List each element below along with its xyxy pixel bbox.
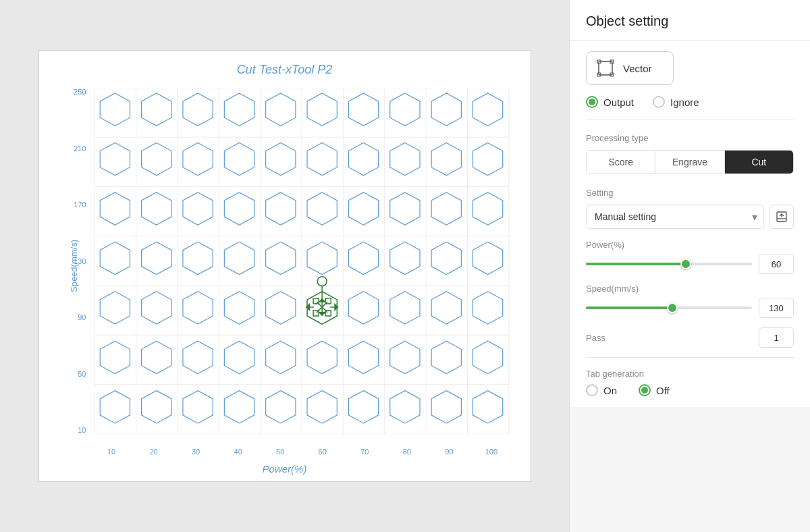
svg-marker-23 bbox=[265, 93, 295, 126]
x-tick: 90 bbox=[431, 448, 468, 456]
speed-label: Speed(mm/s) bbox=[586, 284, 794, 294]
tab-cut[interactable]: Cut bbox=[725, 151, 793, 174]
svg-marker-36 bbox=[389, 142, 419, 175]
x-tick: 40 bbox=[219, 448, 256, 456]
speed-slider-thumb[interactable] bbox=[667, 302, 678, 313]
tab-gen-on-circle bbox=[586, 384, 598, 396]
x-tick: 100 bbox=[473, 448, 510, 456]
svg-marker-41 bbox=[182, 192, 212, 225]
panel-body: Vector Output Ignore Processing type Sco… bbox=[570, 41, 810, 407]
power-slider-thumb[interactable] bbox=[680, 259, 691, 269]
svg-marker-92 bbox=[318, 298, 326, 302]
svg-marker-35 bbox=[348, 142, 378, 175]
svg-marker-94 bbox=[318, 312, 326, 316]
svg-marker-77 bbox=[431, 341, 461, 373]
export-icon-button[interactable] bbox=[770, 205, 794, 229]
svg-marker-39 bbox=[100, 192, 130, 225]
y-tick: 210 bbox=[66, 144, 86, 153]
speed-slider-track[interactable] bbox=[586, 307, 752, 309]
pass-value[interactable]: 1 bbox=[759, 327, 794, 348]
tab-gen-off-label: Off bbox=[656, 385, 670, 396]
speed-slider-row: 130 bbox=[586, 298, 794, 318]
pass-row: Pass 1 bbox=[586, 327, 794, 348]
svg-marker-20 bbox=[141, 93, 171, 126]
svg-marker-45 bbox=[348, 192, 378, 225]
svg-marker-30 bbox=[141, 142, 171, 175]
speed-slider-fill bbox=[586, 307, 672, 309]
power-slider-track[interactable] bbox=[586, 263, 752, 265]
svg-marker-40 bbox=[141, 192, 171, 225]
tab-gen-off-radio[interactable]: Off bbox=[639, 384, 670, 396]
svg-marker-63 bbox=[265, 292, 295, 324]
setting-row: Manual setting ▾ bbox=[586, 205, 794, 229]
y-tick: 50 bbox=[66, 370, 86, 378]
svg-point-89 bbox=[317, 277, 327, 286]
svg-marker-79 bbox=[100, 391, 130, 423]
svg-marker-38 bbox=[473, 142, 502, 175]
svg-marker-65 bbox=[348, 292, 378, 324]
svg-marker-96 bbox=[306, 303, 310, 311]
output-radio[interactable]: Output bbox=[586, 96, 634, 108]
svg-marker-31 bbox=[182, 142, 212, 175]
svg-marker-98 bbox=[334, 303, 338, 311]
type-card[interactable]: Vector bbox=[586, 51, 674, 85]
svg-marker-84 bbox=[307, 391, 337, 423]
power-slider-fill bbox=[586, 263, 686, 265]
svg-marker-33 bbox=[265, 142, 295, 175]
x-tick: 20 bbox=[135, 448, 172, 456]
svg-marker-87 bbox=[431, 391, 461, 423]
svg-marker-73 bbox=[265, 341, 295, 373]
type-card-label: Vector bbox=[623, 63, 652, 74]
setting-section: Setting Manual setting ▾ bbox=[586, 188, 794, 229]
power-value[interactable]: 60 bbox=[759, 254, 794, 274]
vector-icon bbox=[596, 59, 615, 78]
tab-gen-on-label: On bbox=[603, 385, 617, 396]
setting-select-wrapper: Manual setting ▾ bbox=[586, 205, 764, 229]
canvas-area: Cut Test-xTool P2 Speed(mm/s) Power(%) 1… bbox=[0, 0, 569, 532]
svg-marker-57 bbox=[431, 242, 461, 274]
svg-marker-32 bbox=[224, 142, 254, 175]
y-tick: 130 bbox=[66, 257, 86, 265]
svg-marker-54 bbox=[307, 242, 337, 274]
y-tick: 90 bbox=[66, 313, 86, 321]
svg-marker-49 bbox=[100, 242, 130, 274]
svg-marker-76 bbox=[389, 341, 419, 373]
output-radio-circle bbox=[586, 96, 598, 108]
ignore-radio-circle bbox=[653, 96, 665, 108]
svg-marker-44 bbox=[307, 192, 337, 225]
power-section: Power(%) 60 bbox=[586, 240, 794, 274]
x-tick: 10 bbox=[93, 448, 130, 456]
hex-grid-svg bbox=[93, 88, 510, 434]
tab-gen-on-radio[interactable]: On bbox=[586, 384, 617, 396]
power-slider-row: 60 bbox=[586, 254, 794, 274]
svg-marker-88 bbox=[473, 391, 502, 423]
svg-marker-52 bbox=[224, 242, 254, 274]
x-tick: 70 bbox=[346, 448, 383, 456]
svg-marker-75 bbox=[348, 341, 378, 373]
svg-marker-67 bbox=[431, 292, 461, 324]
tab-engrave[interactable]: Engrave bbox=[655, 151, 724, 174]
svg-marker-82 bbox=[224, 391, 254, 423]
svg-marker-80 bbox=[141, 391, 171, 423]
svg-marker-60 bbox=[141, 292, 171, 324]
ignore-radio[interactable]: Ignore bbox=[653, 96, 699, 108]
svg-marker-53 bbox=[265, 242, 295, 274]
setting-select[interactable]: Manual setting bbox=[586, 205, 764, 229]
grid-container: Cut Test-xTool P2 Speed(mm/s) Power(%) 1… bbox=[38, 50, 531, 482]
svg-marker-51 bbox=[182, 242, 212, 274]
svg-marker-85 bbox=[348, 391, 378, 423]
speed-section: Speed(mm/s) 130 bbox=[586, 284, 794, 318]
y-tick: 170 bbox=[66, 201, 86, 209]
svg-marker-74 bbox=[307, 341, 337, 373]
svg-marker-83 bbox=[265, 391, 295, 423]
speed-value[interactable]: 130 bbox=[759, 298, 794, 318]
setting-label: Setting bbox=[586, 188, 794, 198]
svg-marker-69 bbox=[100, 341, 130, 373]
x-tick: 30 bbox=[178, 448, 215, 456]
svg-marker-22 bbox=[224, 93, 254, 126]
x-tick: 60 bbox=[304, 448, 341, 456]
tab-score[interactable]: Score bbox=[587, 151, 655, 174]
svg-marker-25 bbox=[348, 93, 378, 126]
svg-marker-26 bbox=[389, 93, 419, 126]
svg-marker-50 bbox=[141, 242, 171, 274]
